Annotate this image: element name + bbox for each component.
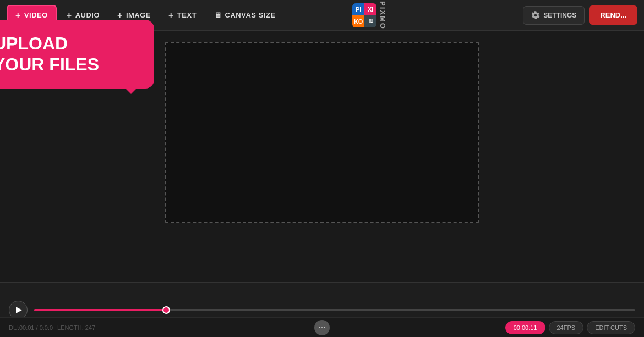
edit-cuts-button[interactable]: EDIT CUTS	[587, 321, 635, 334]
scrubber-thumb[interactable]	[162, 306, 170, 314]
render-label: REND...	[600, 11, 626, 19]
time-display: 00:00:11	[514, 324, 537, 331]
render-button[interactable]: REND...	[589, 5, 637, 25]
playback-row	[9, 301, 635, 319]
audio-label: AUDIO	[75, 11, 100, 19]
scrubber-track[interactable]	[34, 309, 635, 311]
bottom-controls: DU:00:01 / 0:0:0 LENGTH: 247 ⋯ 00:00:11 …	[0, 317, 644, 337]
video-label: VIDEO	[24, 11, 48, 19]
logo-cell-px: ≋	[364, 15, 376, 27]
settings-button[interactable]: SETTINGS	[523, 6, 585, 25]
plus-icon: +	[117, 10, 123, 20]
bottom-left-info: DU:00:01 / 0:0:0 LENGTH: 247	[9, 324, 95, 331]
duration-buttons: 00:00:11 24FPS EDIT CUTS	[505, 321, 635, 334]
zoom-center: ⋯	[314, 320, 330, 335]
edit-cuts-label: EDIT CUTS	[595, 324, 627, 331]
duration-info: DU:00:01 / 0:0:0	[9, 324, 53, 331]
canvas-icon: 🖥	[214, 11, 222, 19]
fps-display: 24FPS	[557, 324, 576, 331]
settings-label: SETTINGS	[543, 12, 576, 19]
upload-bubble[interactable]: UPLOAD YOUR FILES	[0, 20, 154, 89]
upload-line2: YOUR FILES	[0, 54, 139, 75]
canvas-container: UPLOAD YOUR FILES	[165, 42, 479, 223]
canvas-workspace	[165, 42, 479, 223]
timeline: DU:00:01 / 0:0:0 LENGTH: 247 ⋯ 00:00:11 …	[0, 282, 644, 337]
text-label: TEXT	[177, 11, 197, 19]
length-info: LENGTH: 247	[57, 324, 95, 331]
logo-text: PIXMO	[379, 1, 387, 30]
main-canvas-area: UPLOAD YOUR FILES	[0, 31, 644, 282]
logo-cell-xi: XI	[364, 3, 376, 15]
canvas-size-button[interactable]: 🖥 CANVAS SIZE	[206, 7, 283, 24]
image-label: IMAGE	[126, 11, 151, 19]
logo: PI XI KO ≋ PIXMO	[352, 1, 387, 30]
logo-cell-ko: KO	[352, 15, 364, 27]
play-button[interactable]	[9, 301, 28, 319]
logo-grid: PI XI KO ≋	[352, 3, 376, 27]
right-buttons: SETTINGS REND...	[523, 5, 637, 25]
play-icon	[16, 307, 22, 313]
upload-line1: UPLOAD	[0, 33, 139, 54]
gear-icon	[531, 11, 540, 20]
logo-cell-pi: PI	[352, 3, 364, 15]
plus-icon: +	[168, 10, 174, 20]
zoom-thumb[interactable]: ⋯	[314, 320, 330, 335]
fps-button[interactable]: 24FPS	[549, 321, 584, 334]
text-button[interactable]: + TEXT	[161, 6, 204, 25]
plus-icon: +	[67, 10, 72, 20]
time-display-button[interactable]: 00:00:11	[505, 321, 545, 334]
plus-icon: +	[15, 10, 21, 20]
scrubber-fill	[34, 309, 166, 311]
canvas-size-label: CANVAS SIZE	[225, 11, 276, 19]
